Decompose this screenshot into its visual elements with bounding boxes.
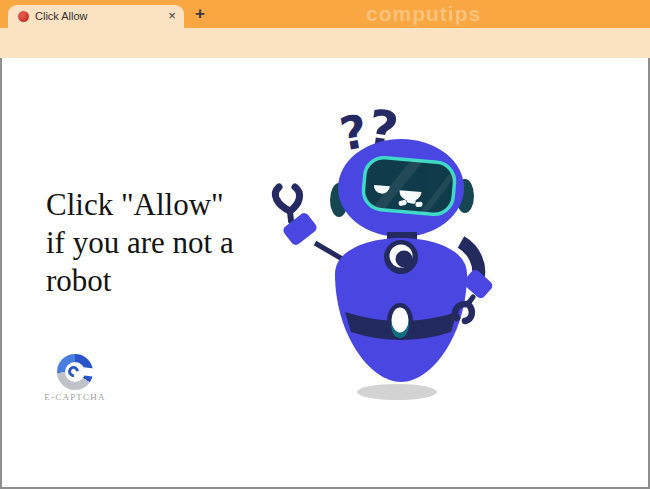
- robot-shadow: [357, 384, 437, 400]
- tab-strip: Click Allow × + computips: [0, 0, 650, 28]
- robot-illustration: ? ?: [265, 88, 510, 413]
- e-captcha-label: E-CAPTCHA: [35, 392, 115, 402]
- e-captcha-logo-icon: [57, 354, 93, 390]
- browser-window: Click Allow × + computips ← → Notificati…: [0, 0, 650, 489]
- tab-click-allow[interactable]: Click Allow ×: [8, 5, 184, 28]
- navigation-bar: ← → Notifications blocked eudnetwork.com…: [0, 28, 650, 58]
- page-content: Click "Allow" if you are not a robot E-C…: [0, 58, 650, 489]
- robot-chest-button: [384, 240, 418, 274]
- tab-title: Click Allow: [35, 10, 88, 22]
- robot-buckle: [387, 303, 413, 339]
- new-tab-button[interactable]: +: [190, 4, 210, 24]
- site-favicon-icon: [18, 11, 29, 22]
- watermark-text: computips: [366, 2, 481, 26]
- tab-close-icon[interactable]: ×: [164, 8, 180, 24]
